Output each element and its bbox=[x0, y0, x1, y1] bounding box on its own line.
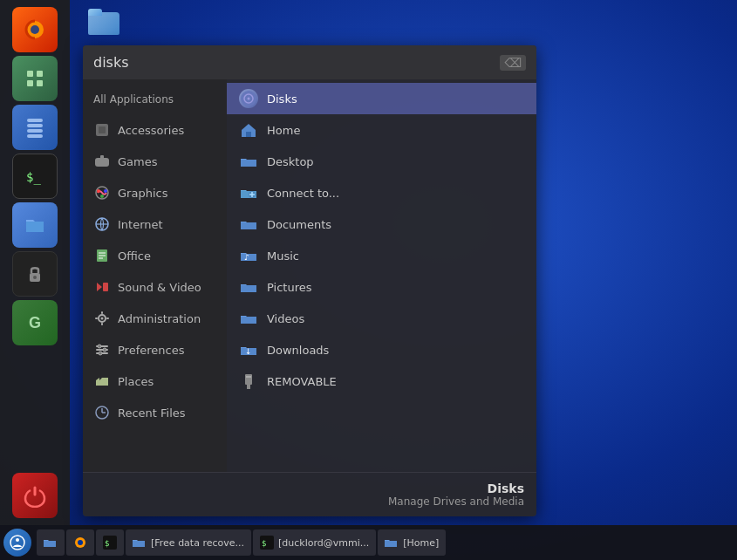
category-graphics-label: Graphics bbox=[118, 187, 167, 200]
administration-icon bbox=[93, 310, 111, 327]
results-panel: Disks Home bbox=[227, 79, 536, 472]
result-removable[interactable]: REMOVABLE bbox=[227, 365, 536, 397]
svg-point-58 bbox=[16, 538, 19, 542]
svg-rect-54 bbox=[245, 374, 252, 385]
sidebar-icon-files[interactable] bbox=[12, 202, 58, 248]
svg-rect-29 bbox=[103, 283, 108, 291]
result-disks-label: Disks bbox=[267, 92, 297, 106]
svg-rect-56 bbox=[246, 376, 251, 378]
result-home-label: Home bbox=[267, 124, 300, 137]
start-icon bbox=[9, 534, 26, 551]
category-accessories[interactable]: Accessories bbox=[83, 114, 227, 146]
svg-rect-7 bbox=[27, 124, 43, 127]
connect-folder-icon bbox=[239, 183, 258, 202]
result-home[interactable]: Home bbox=[227, 114, 536, 146]
taskbar-home-btn[interactable]: [Home] bbox=[378, 529, 446, 556]
launcher-info-subtitle: Manage Drives and Media bbox=[95, 495, 524, 508]
svg-rect-33 bbox=[101, 323, 103, 325]
result-disks[interactable]: Disks bbox=[227, 83, 536, 114]
desktop-file-icon[interactable] bbox=[85, 7, 122, 49]
category-graphics[interactable]: Graphics bbox=[83, 177, 227, 208]
svg-rect-55 bbox=[247, 385, 250, 389]
svg-rect-6 bbox=[27, 119, 43, 122]
svg-text:$_: $_ bbox=[26, 170, 41, 185]
result-videos-label: Videos bbox=[267, 312, 304, 325]
grid-icon bbox=[23, 66, 47, 91]
svg-point-1 bbox=[31, 25, 39, 34]
search-clear-button[interactable]: ⌫ bbox=[500, 55, 526, 71]
taskbar-ducklord-btn[interactable]: $ [ducklord@vmmi... bbox=[253, 529, 376, 556]
result-connect-to[interactable]: Connect to... bbox=[227, 177, 536, 208]
svg-point-47 bbox=[248, 98, 250, 100]
lock-icon bbox=[23, 262, 47, 286]
svg-rect-9 bbox=[27, 134, 43, 138]
svg-rect-32 bbox=[101, 311, 103, 314]
taskbar-files-btn[interactable] bbox=[37, 529, 65, 556]
sidebar-icon-lock[interactable] bbox=[12, 251, 58, 297]
category-sound-video[interactable]: Sound & Video bbox=[83, 271, 227, 303]
games-icon bbox=[93, 153, 111, 170]
svg-text:$: $ bbox=[262, 539, 266, 548]
taskbar-files-icon bbox=[44, 536, 58, 549]
desktop-folder-icon bbox=[239, 152, 258, 171]
taskbar-free-data-btn[interactable]: [Free data recove... bbox=[126, 529, 251, 556]
category-accessories-label: Accessories bbox=[118, 124, 184, 137]
sidebar-icon-firefox[interactable] bbox=[12, 7, 58, 52]
category-sidebar: All Applications Accessories Games bbox=[83, 79, 227, 472]
sidebar-icon-gapp[interactable]: G bbox=[12, 300, 58, 345]
sidebar-icon-terminal[interactable]: $_ bbox=[12, 154, 58, 199]
desktop-file-icon-img bbox=[88, 7, 119, 35]
result-music-label: Music bbox=[267, 249, 299, 263]
search-bar: disks ⌫ bbox=[83, 45, 536, 79]
result-videos[interactable]: Videos bbox=[227, 303, 536, 334]
search-input[interactable]: disks bbox=[93, 54, 493, 71]
svg-text:$: $ bbox=[105, 539, 109, 548]
svg-point-19 bbox=[97, 189, 100, 193]
taskbar-free-data-icon bbox=[133, 536, 147, 549]
result-desktop-label: Desktop bbox=[267, 155, 314, 168]
result-downloads-label: Downloads bbox=[267, 344, 329, 357]
category-games-label: Games bbox=[118, 155, 157, 168]
gapp-icon: G bbox=[23, 311, 47, 335]
sound-video-icon bbox=[93, 278, 111, 296]
office-icon bbox=[93, 247, 111, 264]
category-places-label: Places bbox=[118, 375, 154, 388]
category-recent-files[interactable]: Recent Files bbox=[83, 397, 227, 428]
result-documents[interactable]: Documents bbox=[227, 208, 536, 240]
result-desktop[interactable]: Desktop bbox=[227, 146, 536, 177]
result-downloads[interactable]: ↓ Downloads bbox=[227, 334, 536, 365]
category-preferences[interactable]: Preferences bbox=[83, 334, 227, 365]
svg-point-41 bbox=[99, 352, 102, 355]
taskbar-start-button[interactable] bbox=[3, 529, 31, 557]
svg-point-40 bbox=[103, 348, 106, 352]
result-music[interactable]: ♪ Music bbox=[227, 240, 536, 271]
taskbar-firefox-btn[interactable] bbox=[66, 529, 94, 556]
category-administration[interactable]: Administration bbox=[83, 303, 227, 334]
category-games[interactable]: Games bbox=[83, 146, 227, 177]
category-sound-video-label: Sound & Video bbox=[118, 281, 201, 294]
dbtool-icon bbox=[23, 115, 47, 140]
result-pictures[interactable]: Pictures bbox=[227, 271, 536, 303]
pictures-folder-icon bbox=[239, 277, 258, 297]
recent-files-icon bbox=[93, 404, 111, 421]
taskbar-home-icon bbox=[385, 536, 399, 549]
svg-rect-34 bbox=[95, 318, 98, 319]
disks-icon bbox=[239, 89, 258, 108]
svg-rect-15 bbox=[99, 126, 106, 133]
category-internet[interactable]: Internet bbox=[83, 208, 227, 240]
taskbar-home-label: [Home] bbox=[403, 537, 439, 549]
result-removable-label: REMOVABLE bbox=[267, 375, 337, 388]
videos-folder-icon bbox=[239, 309, 258, 328]
svg-point-60 bbox=[78, 540, 83, 545]
sidebar-icon-dbtool[interactable] bbox=[12, 105, 58, 150]
sidebar-icon-grid[interactable] bbox=[12, 56, 58, 101]
svg-rect-3 bbox=[37, 71, 43, 77]
category-office[interactable]: Office bbox=[83, 240, 227, 271]
sidebar-icon-power[interactable] bbox=[12, 473, 58, 518]
graphics-icon bbox=[93, 184, 111, 201]
category-all-applications[interactable]: All Applications bbox=[83, 88, 227, 114]
category-recent-files-label: Recent Files bbox=[118, 406, 186, 420]
taskbar-terminal-btn[interactable]: $ bbox=[96, 529, 124, 556]
category-places[interactable]: Places bbox=[83, 365, 227, 397]
places-icon bbox=[93, 372, 111, 390]
